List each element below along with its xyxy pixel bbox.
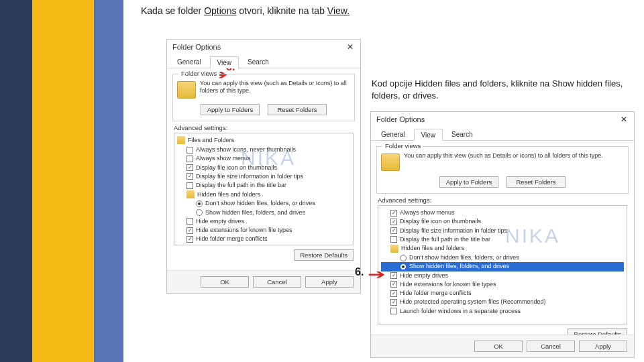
option-label: Hide extensions for known file types xyxy=(196,227,292,234)
option-label: Show hidden files, folders, and drives xyxy=(409,263,509,270)
ok-button[interactable]: OK xyxy=(474,341,523,352)
decor-stripe-gold xyxy=(32,0,94,362)
setting-option[interactable]: Don't show hidden files, folders, or dri… xyxy=(381,253,624,262)
checkbox-icon[interactable] xyxy=(186,164,193,171)
setting-option[interactable]: Hide protected operating system files (R… xyxy=(381,298,624,306)
setting-option[interactable]: Hidden files and folders xyxy=(381,244,624,253)
close-button[interactable]: ✕ xyxy=(618,115,630,124)
option-label: Always show icons, never thumbnails xyxy=(196,146,296,154)
option-label: Display the full path in the title bar xyxy=(196,182,286,189)
folder-options-dialog-step6: 6. ➔ NIKA Folder Options ✕ General View … xyxy=(370,111,635,358)
checkbox-icon[interactable] xyxy=(390,272,397,279)
setting-option[interactable]: Hide extensions for known file types xyxy=(177,226,350,235)
restore-defaults-button[interactable]: Restore Defaults xyxy=(294,249,354,261)
option-label: Hidden files and folders xyxy=(197,191,260,198)
setting-option[interactable]: Show hidden files, folders, and drives xyxy=(381,262,624,271)
setting-option[interactable]: Hide empty drives xyxy=(177,217,350,226)
folder-views-label: Folder views xyxy=(178,70,219,77)
option-label: Display file size information in folder … xyxy=(196,173,303,180)
setting-option[interactable]: Hide extensions for known file types xyxy=(381,280,624,289)
setting-option[interactable]: Display file icon on thumbnails xyxy=(177,164,350,172)
checkbox-icon[interactable] xyxy=(186,236,193,243)
cancel-button[interactable]: Cancel xyxy=(527,341,575,352)
setting-option[interactable]: Hide empty drives xyxy=(381,272,624,280)
radio-icon[interactable] xyxy=(196,200,203,207)
checkbox-icon[interactable] xyxy=(186,218,193,225)
advanced-settings-label: Advanced settings: xyxy=(378,196,627,204)
option-label: Display file icon on thumbnails xyxy=(400,218,481,225)
option-label: Hide extensions for known file types xyxy=(400,281,496,288)
tree-root: Files and Folders xyxy=(177,136,350,144)
option-label: Hide empty drives xyxy=(400,272,448,280)
advanced-settings-list[interactable]: Always show menusDisplay file icon on th… xyxy=(378,205,627,324)
tab-general[interactable]: General xyxy=(374,128,413,140)
checkbox-icon[interactable] xyxy=(390,281,397,288)
option-label: Hide protected operating system files (R… xyxy=(400,298,546,306)
checkbox-icon[interactable] xyxy=(390,290,397,297)
checkbox-icon[interactable] xyxy=(186,156,193,162)
folder-icon xyxy=(177,136,185,144)
setting-option[interactable]: Display the full path in the title bar xyxy=(381,235,624,244)
radio-icon[interactable] xyxy=(400,255,407,261)
tab-view[interactable]: View xyxy=(210,56,239,68)
annotation-6: 6. xyxy=(355,266,364,278)
setting-option[interactable]: Display file size information in folder … xyxy=(381,227,624,235)
ok-button[interactable]: OK xyxy=(201,276,249,288)
annotation-arrow-icon: ➔ xyxy=(368,266,386,282)
option-label: Show hidden files, folders, and drives xyxy=(205,209,305,217)
checkbox-icon[interactable] xyxy=(390,236,397,243)
option-label: Hide folder merge conflicts xyxy=(400,290,472,297)
checkbox-icon[interactable] xyxy=(390,308,397,314)
setting-option[interactable]: Display file size information in folder … xyxy=(177,172,350,181)
checkbox-icon[interactable] xyxy=(186,227,193,234)
setting-option[interactable]: Display the full path in the title bar xyxy=(177,181,350,190)
option-label: Always show menus xyxy=(196,155,251,162)
option-label: Don't show hidden files, folders, or dri… xyxy=(205,200,315,207)
checkbox-icon[interactable] xyxy=(390,299,397,306)
tab-bar: General View Search xyxy=(167,56,360,68)
setting-option[interactable]: Hidden files and folders xyxy=(177,190,350,199)
apply-button[interactable]: Apply xyxy=(305,276,354,288)
apply-button[interactable]: Apply xyxy=(579,341,627,352)
tab-search[interactable]: Search xyxy=(444,128,480,140)
setting-option[interactable]: Hide folder merge conflicts xyxy=(177,235,350,243)
checkbox-icon[interactable] xyxy=(186,147,193,154)
folder-options-dialog-step5: 5. ➔ NIKA Folder Options ✕ General View … xyxy=(166,39,361,294)
apply-to-folders-button[interactable]: Apply to Folders xyxy=(439,176,498,188)
folder-views-group: Folder views You can apply this view (su… xyxy=(172,74,355,121)
advanced-settings-list[interactable]: Files and FoldersAlways show icons, neve… xyxy=(174,133,354,245)
checkbox-icon[interactable] xyxy=(390,227,397,234)
folder-icon xyxy=(177,81,196,99)
folder-views-text: You can apply this view (such as Details… xyxy=(200,80,350,95)
checkbox-icon[interactable] xyxy=(390,219,397,225)
tab-general[interactable]: General xyxy=(170,56,209,68)
setting-option[interactable]: Always show menus xyxy=(381,208,624,217)
option-label: Hidden files and folders xyxy=(401,245,464,252)
checkbox-icon[interactable] xyxy=(390,210,397,217)
folder-icon xyxy=(390,245,398,253)
decor-stripe-dark xyxy=(0,0,32,362)
reset-folders-button[interactable]: Reset Folders xyxy=(268,104,327,115)
setting-option[interactable]: Hide folder merge conflicts xyxy=(381,289,624,298)
radio-icon[interactable] xyxy=(400,263,407,270)
setting-option[interactable]: Always show icons, never thumbnails xyxy=(177,145,350,154)
option-label: Hide empty drives xyxy=(196,218,244,225)
checkbox-icon[interactable] xyxy=(186,173,193,180)
setting-option[interactable]: Don't show hidden files, folders, or dri… xyxy=(177,199,350,208)
tab-view[interactable]: View xyxy=(414,129,443,141)
setting-option[interactable]: Show hidden files, folders, and drives xyxy=(177,208,350,217)
cancel-button[interactable]: Cancel xyxy=(253,276,301,288)
setting-option[interactable]: Display file icon on thumbnails xyxy=(381,217,624,226)
folder-icon xyxy=(186,190,195,198)
folder-icon xyxy=(381,154,400,171)
reset-folders-button[interactable]: Reset Folders xyxy=(506,176,566,188)
setting-option[interactable]: Always show menus xyxy=(177,154,350,163)
checkbox-icon[interactable] xyxy=(186,182,193,189)
decor-stripe-blue xyxy=(94,0,123,362)
tab-search[interactable]: Search xyxy=(240,56,276,68)
folder-views-label: Folder views xyxy=(382,142,423,149)
radio-icon[interactable] xyxy=(196,209,203,216)
apply-to-folders-button[interactable]: Apply to Folders xyxy=(201,104,260,115)
setting-option[interactable]: Launch folder windows in a separate proc… xyxy=(381,307,624,316)
close-button[interactable]: ✕ xyxy=(344,42,356,52)
